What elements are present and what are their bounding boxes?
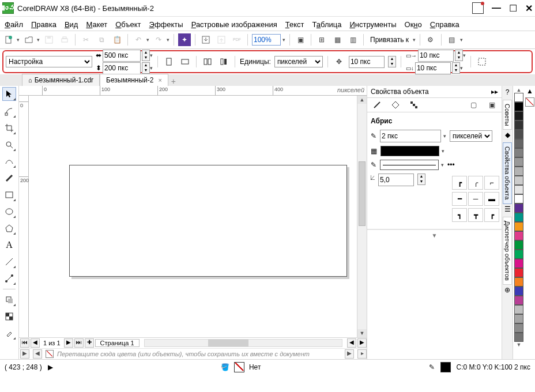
menu-text[interactable]: Текст: [285, 20, 304, 29]
drop-shadow-tool[interactable]: [3, 293, 16, 306]
transparency-tool[interactable]: [3, 310, 16, 323]
artistic-media-tool[interactable]: [3, 172, 16, 184]
menu-bitmaps[interactable]: Растровые изображения: [191, 20, 277, 29]
eyedropper-tool[interactable]: [3, 327, 16, 340]
horizontal-scrollbar[interactable]: [144, 339, 342, 347]
canvas[interactable]: [29, 96, 357, 337]
color-swatch[interactable]: [514, 268, 523, 277]
search-content-button[interactable]: ✦: [178, 33, 191, 46]
color-swatch[interactable]: [514, 148, 523, 157]
color-swatch[interactable]: [514, 277, 523, 287]
redo-button[interactable]: ↷: [152, 33, 165, 46]
polygon-tool[interactable]: [3, 222, 16, 235]
color-swatch[interactable]: [514, 130, 523, 139]
app-launcher-button[interactable]: ▤: [446, 33, 458, 46]
color-swatch[interactable]: [514, 157, 523, 167]
color-swatch[interactable]: [514, 222, 523, 231]
corner-round[interactable]: ╭: [468, 176, 483, 190]
outline-tab[interactable]: [371, 99, 383, 111]
menu-layout[interactable]: Макет: [86, 20, 107, 29]
new-dropdown[interactable]: ▾: [17, 37, 20, 43]
color-swatch[interactable]: [514, 323, 523, 333]
color-swatch[interactable]: [514, 167, 523, 176]
page-tab[interactable]: Страница 1: [95, 339, 140, 347]
outline-swatch[interactable]: [440, 362, 451, 372]
dock-mode2-icon[interactable]: ▣: [485, 99, 498, 111]
cap-round[interactable]: ─: [468, 192, 483, 206]
color-swatch[interactable]: [514, 213, 523, 222]
dash-settings-icon[interactable]: •••: [447, 161, 455, 169]
nudge-input[interactable]: [349, 56, 385, 68]
maximize-button[interactable]: ☐: [509, 3, 517, 14]
transparency-tab[interactable]: [408, 99, 420, 111]
section-expander[interactable]: ▼: [367, 229, 502, 241]
color-swatch[interactable]: [514, 314, 523, 323]
fullscreen-preview-button[interactable]: ▣: [294, 33, 307, 46]
dock-mode1-icon[interactable]: ▢: [467, 99, 480, 111]
horizontal-ruler[interactable]: 0 100 200 300 400 пикселей: [19, 86, 367, 96]
document-palette[interactable]: ▶ ◀ Перетащите сюда цвета (или объекты),…: [19, 348, 367, 359]
page-height-input[interactable]: [103, 62, 141, 74]
color-swatch[interactable]: [514, 139, 523, 148]
add-page-button[interactable]: ✚: [85, 338, 94, 348]
tab-close-icon[interactable]: ×: [159, 77, 162, 84]
hints-tab[interactable]: Советы: [503, 100, 512, 130]
show-grid-button[interactable]: ▦: [331, 33, 344, 46]
pos-inside[interactable]: ┏: [484, 208, 499, 222]
first-page-button[interactable]: ⏮: [20, 338, 29, 348]
dup-x-input[interactable]: [418, 50, 454, 62]
pos-outside[interactable]: ┓: [452, 208, 467, 222]
show-rulers-button[interactable]: ⊞: [315, 33, 328, 46]
color-swatch[interactable]: [514, 102, 523, 111]
menu-table[interactable]: Таблица: [312, 20, 342, 29]
save-button[interactable]: [43, 33, 55, 46]
landscape-button[interactable]: [179, 55, 191, 68]
prev-page-button[interactable]: ◀: [31, 338, 40, 348]
page-preset-select[interactable]: Настройка: [6, 56, 92, 67]
corner-bevel[interactable]: ⌐: [484, 176, 499, 190]
menu-view[interactable]: Вид: [65, 20, 78, 29]
close-button[interactable]: ✕: [525, 3, 533, 14]
color-swatch[interactable]: [514, 111, 523, 120]
object-properties-tab[interactable]: Свойства объекта: [503, 142, 512, 203]
all-pages-button[interactable]: [201, 55, 214, 68]
menu-edit[interactable]: Правка: [31, 20, 56, 29]
color-swatch[interactable]: [514, 231, 523, 240]
add-tab-button[interactable]: +: [168, 77, 179, 86]
add-docker-icon[interactable]: ⊕: [504, 286, 510, 296]
shape-tool[interactable]: [3, 105, 16, 118]
parallel-dim-tool[interactable]: [3, 255, 16, 268]
layers-icon[interactable]: ☰: [504, 205, 511, 216]
menu-window[interactable]: Окно: [405, 20, 422, 29]
publish-pdf-button[interactable]: PDF: [231, 33, 243, 46]
menu-help[interactable]: Справка: [430, 20, 459, 29]
help-icon[interactable]: ?: [506, 88, 510, 99]
color-swatch[interactable]: [514, 333, 523, 342]
open-dropdown[interactable]: ▾: [37, 37, 40, 43]
zoom-combo[interactable]: [252, 34, 281, 46]
no-fill-icon[interactable]: [234, 362, 244, 372]
palette-up[interactable]: ▲: [526, 87, 533, 95]
cut-button[interactable]: ✂: [80, 33, 92, 46]
minimize-button[interactable]: —: [492, 3, 501, 13]
treat-as-filled-button[interactable]: [476, 55, 488, 68]
object-manager-tab[interactable]: Диспетчер объектов: [503, 217, 512, 285]
connector-tool[interactable]: [3, 272, 16, 285]
miter-input[interactable]: [378, 174, 414, 186]
menu-file[interactable]: Файл: [5, 20, 23, 29]
rectangle-tool[interactable]: [3, 189, 16, 201]
ellipse-tool[interactable]: [3, 205, 16, 218]
fill-indicator-icon[interactable]: 🪣: [221, 363, 229, 371]
dup-y-input[interactable]: [415, 62, 451, 74]
vertical-ruler[interactable]: 0 200: [19, 96, 29, 337]
props-icon[interactable]: ◆: [505, 131, 510, 141]
color-swatch[interactable]: [514, 296, 523, 305]
color-swatch[interactable]: [514, 93, 523, 102]
text-tool[interactable]: A: [3, 239, 16, 251]
cap-square[interactable]: ▬: [484, 192, 499, 206]
color-swatch[interactable]: [514, 120, 523, 130]
freehand-tool[interactable]: [3, 155, 16, 168]
color-swatch[interactable]: [514, 203, 523, 213]
status-next-icon[interactable]: ▶: [48, 363, 53, 371]
vertical-scrollbar[interactable]: ▲▼: [357, 96, 367, 337]
